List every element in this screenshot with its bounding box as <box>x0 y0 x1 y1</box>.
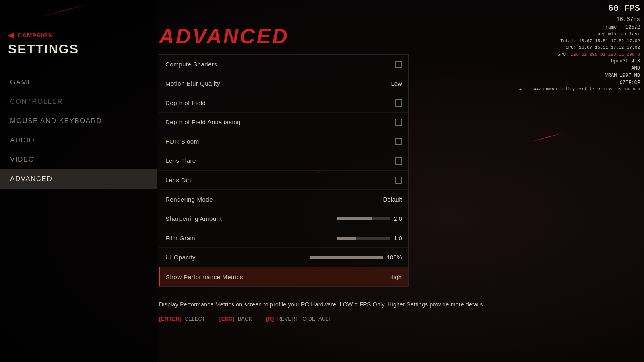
show-perf-metrics-value: High <box>389 274 402 280</box>
perf-cpu-row: CPU: 16.67 15.51 17.52 17.02 <box>519 44 640 51</box>
sidebar-item-video[interactable]: VIDEO <box>0 150 157 169</box>
motion-blur-value: Low <box>391 80 402 87</box>
bottom-info: Display Performance Metrics on screen to… <box>159 301 644 322</box>
rendering-mode-label: Rendering Mode <box>165 196 213 203</box>
ui-opacity-value: 100% <box>387 254 402 261</box>
gl-context-detail: 4.3.13447 Compatibility Profile Context … <box>519 86 640 93</box>
control-hint-esc: [ESC] BACK <box>219 316 252 322</box>
film-grain-label: Film Grain <box>165 234 195 241</box>
motion-blur-label: Motion Blur Quality <box>165 80 220 87</box>
setting-row-rendering-mode[interactable]: Rendering Mode Default <box>159 190 408 209</box>
lens-flare-label: Lens Flare <box>165 157 196 164</box>
cpu-values: 16.67 15.51 17.52 17.02 <box>579 45 640 50</box>
setting-row-hdr-bloom[interactable]: HDR Bloom <box>159 132 408 151</box>
lens-dirt-label: Lens Dirt <box>165 177 192 183</box>
sharpening-slider-fill <box>337 217 372 220</box>
setting-row-lens-dirt[interactable]: Lens Dirt <box>159 171 408 190</box>
sidebar-item-game[interactable]: GAME <box>0 73 157 92</box>
vram-info: VRAM 1997 MB <box>605 73 640 78</box>
opengl-version: OpenGL 4.3 <box>519 58 640 65</box>
perf-table: avg min max last Total: 16.67 15.51 17.5… <box>519 31 640 58</box>
setting-row-motion-blur[interactable]: Motion Blur Quality Low <box>159 74 408 93</box>
sharpening-slider-track[interactable] <box>337 217 390 220</box>
depth-of-field-label: Depth of Field <box>165 99 206 106</box>
gpu-label: GPU: <box>557 52 568 57</box>
setting-row-film-grain[interactable]: Film Grain 1.0 <box>159 228 408 248</box>
compute-shaders-checkbox[interactable] <box>395 61 402 68</box>
lens-flare-control[interactable] <box>395 157 402 165</box>
lens-dirt-control[interactable] <box>395 177 402 184</box>
film-grain-value: 1.0 <box>394 234 402 241</box>
depth-of-field-control[interactable] <box>395 99 402 107</box>
hdr-bloom-control[interactable] <box>395 138 402 145</box>
lens-flare-checkbox[interactable] <box>395 157 402 165</box>
ui-opacity-control[interactable]: 100% <box>310 254 402 261</box>
lens-dirt-checkbox[interactable] <box>395 177 402 184</box>
sidebar-item-mouse[interactable]: MOUSE AND KEYBOARD <box>0 111 157 131</box>
device-cf: 67EF:CF <box>519 79 640 86</box>
setting-row-ui-opacity[interactable]: UI Opacity 100% <box>159 248 408 267</box>
esc-action-label: BACK <box>238 316 252 322</box>
sidebar-item-advanced[interactable]: ADVANCED <box>0 169 157 189</box>
r-key-label: [R] <box>266 316 274 322</box>
settings-list: Compute Shaders Motion Blur Quality Low … <box>159 54 409 287</box>
sidebar: ◀ CAMPAIGN SETTINGS GAME CONTROLLER MOUS… <box>0 0 157 362</box>
frame-number: Frame : 12572 <box>519 24 640 31</box>
control-hint-r: [R] REVERT TO DEFAULT <box>266 316 331 322</box>
compute-shaders-control[interactable] <box>395 61 402 68</box>
perf-headers: avg min max last <box>519 31 640 38</box>
film-grain-control[interactable]: 1.0 <box>337 234 402 241</box>
sharpening-value: 2.0 <box>394 215 402 222</box>
setting-row-depth-of-field[interactable]: Depth of Field <box>159 93 408 113</box>
setting-description: Display Performance Metrics on screen to… <box>159 301 644 308</box>
nav-list: GAME CONTROLLER MOUSE AND KEYBOARD AUDIO… <box>0 73 157 189</box>
back-arrow-icon: ◀ <box>8 30 14 40</box>
total-values: 16.67 15.51 17.52 17.02 <box>579 39 640 43</box>
sidebar-item-controller[interactable]: CONTROLLER <box>0 92 157 111</box>
compute-shaders-label: Compute Shaders <box>165 61 217 68</box>
r-action-label: REVERT TO DEFAULT <box>277 316 332 322</box>
depth-of-field-checkbox[interactable] <box>395 99 402 107</box>
sharpening-label: Sharpening Amount <box>165 215 222 222</box>
fps-counter: 60 FPS <box>519 2 640 15</box>
setting-row-sharpening[interactable]: Sharpening Amount 2.0 <box>159 209 408 228</box>
gpu-values: 298.01 298.01 298.01 298.0 <box>571 52 640 57</box>
setting-row-lens-flare[interactable]: Lens Flare <box>159 151 408 171</box>
cpu-label: CPU: <box>566 45 576 50</box>
dof-aa-control[interactable] <box>395 119 402 126</box>
ui-opacity-slider-track[interactable] <box>310 256 383 259</box>
show-perf-metrics-label: Show Performance Metrics <box>166 274 243 280</box>
hdr-bloom-checkbox[interactable] <box>395 138 402 145</box>
device-id: VRAM 1997 MB <box>519 72 640 79</box>
sidebar-item-audio[interactable]: AUDIO <box>0 131 157 150</box>
rendering-mode-value: Default <box>383 196 402 203</box>
gpu-vendor: AMD <box>519 65 640 72</box>
dof-aa-checkbox[interactable] <box>395 119 402 126</box>
back-nav[interactable]: ◀ CAMPAIGN <box>0 22 157 42</box>
setting-row-dof-aa[interactable]: Depth of Field Antialiasing <box>159 113 408 132</box>
controls-bar: [ENTER] SELECT [ESC] BACK [R] REVERT TO … <box>159 316 644 322</box>
total-label: Total: <box>560 39 576 43</box>
ui-opacity-label: UI Opacity <box>165 254 196 261</box>
sidebar-title: SETTINGS <box>0 42 157 69</box>
setting-row-compute-shaders[interactable]: Compute Shaders <box>159 55 408 74</box>
esc-key-label: [ESC] <box>219 316 235 322</box>
setting-row-show-perf-metrics[interactable]: Show Performance Metrics High <box>159 267 408 286</box>
hdr-bloom-label: HDR Bloom <box>165 138 199 145</box>
film-grain-slider-fill <box>337 237 356 240</box>
performance-overlay: 60 FPS 16.67ms Frame : 12572 avg min max… <box>519 2 640 93</box>
sharpening-control[interactable]: 2.0 <box>337 215 402 222</box>
perf-gpu-row: GPU: 298.01 298.01 298.01 298.0 <box>519 51 640 58</box>
dof-aa-label: Depth of Field Antialiasing <box>165 119 241 125</box>
film-grain-slider-track[interactable] <box>337 237 390 240</box>
frame-time: 16.67ms <box>519 15 640 24</box>
back-label: CAMPAIGN <box>17 32 53 39</box>
ui-opacity-slider-fill <box>310 256 383 259</box>
enter-action-label: SELECT <box>185 316 205 322</box>
perf-total-row: Total: 16.67 15.51 17.52 17.02 <box>519 38 640 45</box>
control-hint-enter: [ENTER] SELECT <box>159 316 205 322</box>
enter-key-label: [ENTER] <box>159 316 182 322</box>
